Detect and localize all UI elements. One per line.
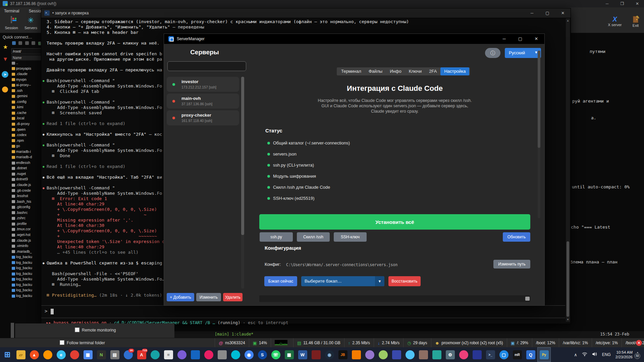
file-tree-item[interactable]: .profile	[11, 222, 41, 227]
file-tree-item[interactable]: .mariadb_	[11, 249, 41, 255]
backup-select-dropdown[interactable]: Выберите бэкап… ▼	[301, 276, 384, 286]
obs-taskbar-icon[interactable]	[148, 347, 162, 362]
file-tree-item[interactable]: log_backu	[11, 288, 41, 294]
scroll-up-arrow[interactable]: ▲	[566, 19, 570, 22]
servermanager-close-button[interactable]: ✕	[528, 34, 544, 44]
start-taskbar-icon[interactable]: ⊞	[1, 347, 14, 362]
notepadpp-taskbar-icon[interactable]: N	[95, 347, 108, 362]
edit-server-button[interactable]: Изменить	[196, 293, 221, 301]
file-tree-item[interactable]: .codex	[11, 133, 41, 138]
app-rose-taskbar-icon[interactable]	[457, 347, 470, 362]
skype-taskbar-icon[interactable]: S	[256, 347, 269, 362]
restore-button[interactable]: Восстановить	[388, 276, 421, 286]
terminal-minimize-button[interactable]: ─	[524, 8, 540, 18]
file-tree-item[interactable]: proxyapis	[11, 66, 41, 72]
edge-taskbar-icon[interactable]: e	[54, 347, 68, 362]
file-tree-item[interactable]: .dotnet	[11, 166, 41, 172]
file-tree-item[interactable]: .cache	[11, 111, 41, 116]
file-tree-item[interactable]: .bash_his	[11, 199, 41, 205]
app-brown-taskbar-icon[interactable]	[417, 347, 430, 362]
server-list-scroll-thumb[interactable]	[241, 77, 244, 235]
file-tree-item[interactable]: .qwen	[11, 127, 41, 133]
content-scroll-thumb[interactable]	[538, 51, 540, 148]
file-tree-item[interactable]: .ssh	[11, 88, 41, 94]
mremoteng-taskbar-icon[interactable]: mR	[511, 347, 524, 362]
app-indigo-taskbar-icon[interactable]	[390, 347, 403, 362]
tab-ключи[interactable]: Ключи	[405, 67, 426, 75]
terminal-tab-title[interactable]: • запуск и проверка	[52, 11, 89, 15]
file-tree-item[interactable]: .claude.js	[11, 183, 41, 188]
quickutmo-taskbar-icon[interactable]: Q	[524, 347, 537, 362]
notepad-taskbar-icon[interactable]: ≡	[162, 347, 175, 362]
file-tree-item[interactable]: .claude.js	[11, 238, 41, 244]
file-tree-item[interactable]: mariadb-d	[11, 155, 41, 161]
servermanager-minimize-button[interactable]: ─	[496, 34, 512, 44]
server-list-item[interactable]: investor173.212.212.157 [ssh]	[167, 77, 239, 92]
mobaxterm-close-button[interactable]: ✕	[631, 0, 644, 7]
mini-icon[interactable]	[18, 41, 22, 45]
tray-clock[interactable]: 10:54 AM2/23/2026	[615, 350, 633, 359]
file-tree-item[interactable]: endlessh	[11, 161, 41, 166]
app-lime-taskbar-icon[interactable]	[376, 347, 390, 362]
tab-терминал[interactable]: Терминал	[337, 67, 365, 75]
vnc-viewer-taskbar-icon[interactable]: ▢	[497, 347, 511, 362]
tab-файлы[interactable]: Файлы	[365, 67, 386, 75]
info-button[interactable]: ⓘ	[485, 48, 500, 58]
mobaxterm-minimize-button[interactable]: ─	[600, 0, 614, 7]
file-tree-item[interactable]: ..	[11, 61, 41, 66]
install-skill-button[interactable]: Скилл /ssh	[297, 232, 330, 242]
telegram-icon[interactable]: ➤	[2, 71, 8, 78]
anydesk-taskbar-icon[interactable]: A715	[135, 347, 148, 362]
mini-icon[interactable]	[25, 41, 29, 45]
app-violet-taskbar-icon[interactable]	[363, 347, 376, 362]
tab-инфо[interactable]: Инфо	[386, 67, 405, 75]
file-tree-item[interactable]: dotnet9	[11, 177, 41, 183]
terminal-close-button[interactable]: ✕	[555, 8, 571, 18]
app-blue-taskbar-icon[interactable]	[189, 347, 202, 362]
tray-chevron-icon[interactable]: ∧	[574, 352, 577, 357]
install-all-button[interactable]: Установить всё	[259, 214, 530, 230]
file-tree-item[interactable]: .gemini	[11, 94, 41, 100]
file-tree-item[interactable]: log_backu	[11, 272, 41, 277]
notifications-icon[interactable]: 32	[637, 352, 638, 357]
app-orange-taskbar-icon[interactable]	[350, 347, 363, 362]
volume-icon[interactable]	[592, 352, 597, 357]
path-input[interactable]: /root/	[11, 48, 42, 54]
quick-connect[interactable]: Quick connect…	[3, 35, 32, 40]
calculator-taskbar-icon[interactable]: ▤	[108, 347, 121, 362]
file-tree-item[interactable]: myvpn	[11, 77, 41, 83]
file-tree-item[interactable]: .gitconfig	[11, 205, 41, 210]
toolbar-servers-button[interactable]: ✳ Servers	[21, 16, 40, 31]
pencil-icon[interactable]: ✎	[636, 15, 640, 20]
app-navy-taskbar-icon[interactable]	[470, 347, 484, 362]
file-tree-item[interactable]: log_backu	[11, 266, 41, 272]
media-red-taskbar-icon[interactable]	[68, 347, 81, 362]
firefox-taskbar-icon[interactable]	[41, 347, 54, 362]
file-tree-item[interactable]: mariadb-i	[11, 149, 41, 155]
remote-app-taskbar-icon[interactable]: 20	[121, 347, 135, 362]
delete-server-button[interactable]: Удалить	[223, 293, 243, 301]
wifi-icon[interactable]	[582, 352, 587, 357]
install-sshpy-button[interactable]: ssh.py	[260, 232, 293, 242]
file-tree-item[interactable]: log_backu	[11, 283, 41, 288]
file-tree-item[interactable]: .git-crede	[11, 188, 41, 194]
file-tree-item[interactable]: .viminfo	[11, 244, 41, 249]
brave-taskbar-icon[interactable]: ▲	[28, 347, 41, 362]
settings-app-taskbar-icon[interactable]: ⚙	[443, 347, 457, 362]
office-grid-taskbar-icon[interactable]: ▦	[81, 347, 95, 362]
file-explorer-taskbar-icon[interactable]: ▱	[14, 347, 28, 362]
app-teal-taskbar-icon[interactable]	[430, 347, 443, 362]
server-search-input[interactable]	[167, 61, 246, 71]
app-darkred-taskbar-icon[interactable]	[309, 347, 323, 362]
remote-monitoring-checkbox[interactable]	[75, 327, 79, 332]
file-tree-item[interactable]: .lesshst	[11, 194, 41, 199]
file-tree-item[interactable]: log_backu	[11, 255, 41, 260]
file-tree-item[interactable]: .zshrc	[11, 216, 41, 222]
jetbrains-taskbar-icon[interactable]: JB	[336, 347, 350, 362]
file-tree-item[interactable]: go	[11, 144, 41, 149]
terminal-scrollbar[interactable]: ▲ ▼	[566, 18, 570, 322]
mini-icon[interactable]	[32, 41, 35, 45]
scroll-down-arrow[interactable]: ▼	[566, 318, 570, 321]
file-tree-item[interactable]: ai-proxy--	[11, 83, 41, 88]
steam-taskbar-icon[interactable]: ◉	[323, 347, 336, 362]
